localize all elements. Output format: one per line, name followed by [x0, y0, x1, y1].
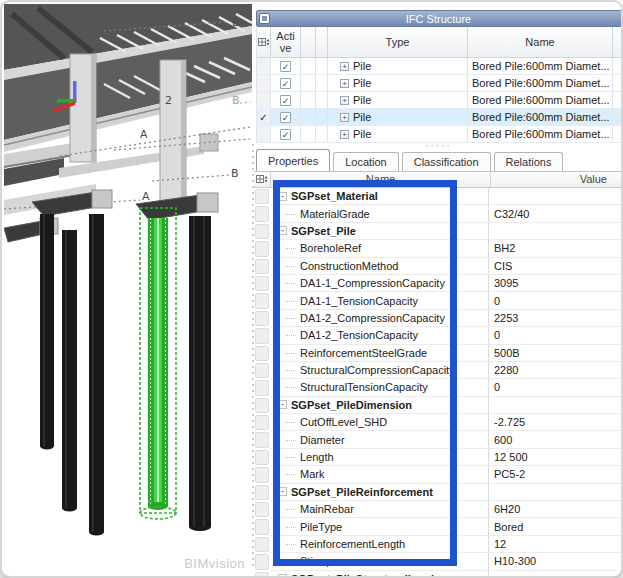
- grid-options-button[interactable]: [254, 172, 271, 187]
- 3d-model-canvas[interactable]: [4, 4, 252, 574]
- property-row[interactable]: MarkPC5-2: [254, 466, 623, 483]
- property-row[interactable]: CutOffLevel_SHD-2.725: [254, 414, 623, 431]
- overflow-cell: [613, 92, 622, 108]
- property-row[interactable]: PileTypeBored: [254, 518, 623, 535]
- property-row[interactable]: -SGPset_Pile: [254, 223, 623, 240]
- property-value: 0: [489, 292, 623, 309]
- column-options-button[interactable]: [257, 27, 271, 57]
- ifc-table-row[interactable]: ✓✓+PileBored Pile:600mm Diamet...: [257, 109, 622, 126]
- type-cell[interactable]: +Pile: [328, 58, 468, 74]
- property-row[interactable]: DA1-1_TensionCapacity0: [254, 292, 623, 309]
- property-value: [489, 571, 623, 578]
- property-row[interactable]: Length12 500: [254, 449, 623, 466]
- name-cell[interactable]: Bored Pile:600mm Diamet...: [468, 75, 613, 91]
- property-name: StructuralTensionCapacity: [270, 379, 489, 396]
- active-checkbox[interactable]: ✓: [280, 112, 291, 123]
- property-row[interactable]: ReinforcementSteelGrade500B: [254, 345, 623, 362]
- active-checkbox[interactable]: ✓: [280, 95, 291, 106]
- property-row[interactable]: -SGPset_PileDimension: [254, 397, 623, 414]
- 3d-viewport[interactable]: B2BABA BIMvision: [4, 4, 252, 574]
- app-window: B2BABA BIMvision IFC Structure: [0, 0, 623, 578]
- tab-classification[interactable]: Classification: [402, 152, 491, 171]
- property-row[interactable]: StructuralCompressionCapacity2280: [254, 362, 623, 379]
- row-selector-cell[interactable]: ✓: [257, 109, 271, 125]
- property-row[interactable]: ReinforcementLength12: [254, 536, 623, 553]
- indent-cell: [301, 92, 316, 108]
- type-label: Pile: [353, 111, 371, 123]
- property-row[interactable]: MaterialGradeC32/40: [254, 205, 623, 222]
- property-row[interactable]: StructuralTensionCapacity0: [254, 379, 623, 396]
- property-value: Bored: [489, 518, 623, 535]
- grid-axis-label: B: [232, 94, 240, 107]
- property-column-header-value[interactable]: Value: [491, 172, 623, 187]
- collapse-minus-icon[interactable]: -: [278, 574, 287, 578]
- property-name: DA1-1_TensionCapacity: [270, 292, 489, 309]
- property-name: StructuralCompressionCapacity: [270, 362, 489, 379]
- selected-pile[interactable]: [140, 208, 176, 519]
- collapse-minus-icon[interactable]: -: [278, 192, 287, 201]
- property-row[interactable]: Diameter600: [254, 431, 623, 448]
- property-row[interactable]: StirrupsH10-300: [254, 553, 623, 570]
- expand-plus-icon[interactable]: +: [340, 113, 349, 122]
- ifc-table-row[interactable]: ✓+PileBored Pile:600mm Diamet...: [257, 58, 622, 75]
- expand-plus-icon[interactable]: +: [340, 96, 349, 105]
- property-name: DA1-2_CompressionCapacity: [270, 310, 489, 327]
- property-row[interactable]: ConstructionMethodCIS: [254, 258, 623, 275]
- row-selector-cell[interactable]: [257, 58, 271, 74]
- tab-location[interactable]: Location: [333, 152, 399, 171]
- name-cell[interactable]: Bored Pile:600mm Diamet...: [468, 58, 613, 74]
- name-cell[interactable]: Bored Pile:600mm Diamet...: [468, 126, 613, 142]
- active-checkbox[interactable]: ✓: [280, 61, 291, 72]
- property-name: -SGPset_Pile: [270, 223, 489, 240]
- piles[interactable]: [40, 214, 211, 536]
- property-label: ReinforcementSteelGrade: [300, 347, 427, 359]
- collapse-minus-icon[interactable]: -: [278, 487, 287, 496]
- row-selector-cell[interactable]: [257, 75, 271, 91]
- tree-line: [286, 334, 296, 336]
- row-selector-cell[interactable]: [257, 126, 271, 142]
- expand-plus-icon[interactable]: +: [340, 62, 349, 71]
- row-header-cell: [255, 432, 269, 447]
- type-label: Pile: [353, 77, 371, 89]
- property-column-header-name[interactable]: Name: [271, 172, 491, 187]
- row-selector-cell[interactable]: [257, 92, 271, 108]
- property-row[interactable]: DA1-2_CompressionCapacity2253: [254, 310, 623, 327]
- property-row[interactable]: DA1-2_TensionCapacity0: [254, 327, 623, 344]
- property-row[interactable]: MainRebar6H20: [254, 501, 623, 518]
- tab-bar: PropertiesLocationClassificationRelation…: [254, 148, 623, 171]
- type-cell[interactable]: +Pile: [328, 92, 468, 108]
- column-options-icon: [258, 37, 270, 48]
- property-row[interactable]: -SGPset_PileReinforcement: [254, 484, 623, 501]
- name-cell[interactable]: Bored Pile:600mm Diamet...: [468, 109, 613, 125]
- property-name: Diameter: [270, 431, 489, 448]
- column-header-active[interactable]: Active: [271, 27, 301, 57]
- tab-relations[interactable]: Relations: [494, 152, 564, 171]
- active-cell: ✓: [271, 58, 301, 74]
- tab-properties[interactable]: Properties: [256, 149, 330, 171]
- collapse-minus-icon[interactable]: -: [278, 226, 287, 235]
- expand-plus-icon[interactable]: +: [340, 79, 349, 88]
- name-cell[interactable]: Bored Pile:600mm Diamet...: [468, 92, 613, 108]
- collapse-minus-icon[interactable]: -: [278, 400, 287, 409]
- property-row[interactable]: -SGPset_PileStructuralLoad: [254, 571, 623, 578]
- property-name: ReinforcementSteelGrade: [270, 345, 489, 362]
- row-header-cell: [255, 554, 269, 569]
- type-cell[interactable]: +Pile: [328, 75, 468, 91]
- property-name: ReinforcementLength: [270, 536, 489, 553]
- column-header-name[interactable]: Name: [468, 27, 613, 57]
- type-cell[interactable]: +Pile: [328, 109, 468, 125]
- property-row[interactable]: DA1-1_CompressionCapacity3095: [254, 275, 623, 292]
- row-header-cell: [255, 206, 269, 221]
- tree-line: [286, 282, 296, 284]
- ifc-table-row[interactable]: ✓+PileBored Pile:600mm Diamet...: [257, 92, 622, 109]
- property-label: Length: [300, 451, 334, 463]
- ifc-table-row[interactable]: ✓+PileBored Pile:600mm Diamet...: [257, 75, 622, 92]
- row-header-cell: [255, 415, 269, 430]
- active-checkbox[interactable]: ✓: [280, 129, 291, 140]
- active-checkbox[interactable]: ✓: [280, 78, 291, 89]
- property-row[interactable]: BoreholeRefBH2: [254, 240, 623, 257]
- property-row[interactable]: -SGPset_Material: [254, 188, 623, 205]
- column-header-type[interactable]: Type: [328, 27, 468, 57]
- grid-axis-label: A: [142, 190, 150, 203]
- expand-plus-icon[interactable]: +: [340, 130, 349, 139]
